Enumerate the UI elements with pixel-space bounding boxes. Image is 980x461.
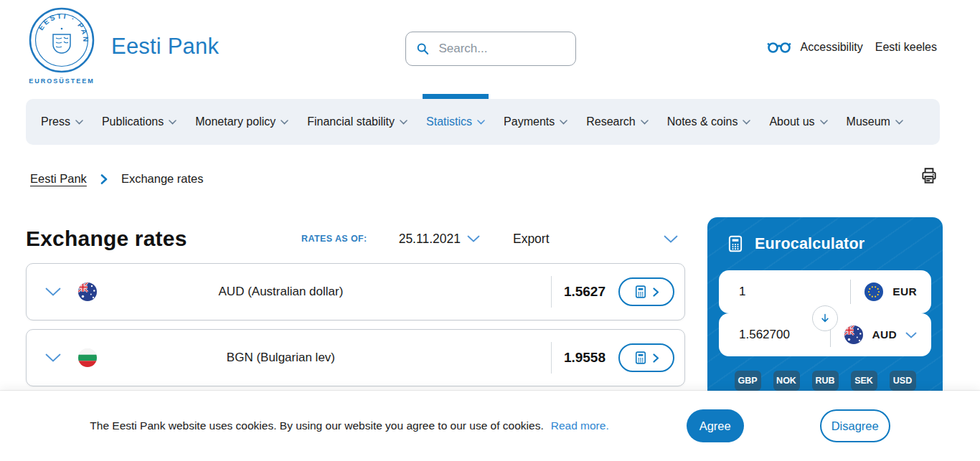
- currency-select-chevron[interactable]: [905, 332, 917, 338]
- nav-item-notes-and-coins[interactable]: Notes & coins: [658, 99, 760, 145]
- nav-item-press[interactable]: Press: [32, 99, 93, 145]
- chevron-down-icon: [467, 235, 480, 242]
- accessibility-glasses-icon[interactable]: [767, 40, 791, 54]
- search-input[interactable]: [437, 41, 565, 57]
- nav-item-statistics-active[interactable]: Statistics: [417, 99, 494, 145]
- calculator-icon: [633, 351, 648, 365]
- eesti-pank-emblem-logo[interactable]: EESTI · PANK EUROSÜSTEEM: [29, 7, 95, 90]
- eurocalculator-title: Eurocalculator: [755, 235, 864, 253]
- cookie-read-more-link[interactable]: Read more.: [551, 419, 609, 432]
- chevron-right-icon: [653, 287, 659, 297]
- quick-currency-sek[interactable]: SEK: [851, 371, 877, 391]
- currency-name: BGN (Bulgarian lev): [54, 351, 508, 365]
- calculator-rows: EUR AUD: [719, 270, 931, 356]
- calculator-icon: [633, 285, 648, 299]
- nav-label: Museum: [847, 115, 890, 128]
- currency-code-to: AUD: [872, 328, 897, 341]
- site-wordmark[interactable]: Eesti Pank: [111, 34, 219, 60]
- chevron-down-icon: [400, 120, 407, 125]
- export-dropdown-label[interactable]: Export: [513, 232, 550, 247]
- calculator-icon: [726, 234, 745, 253]
- export-dropdown-chevron[interactable]: [664, 235, 678, 243]
- exchange-rate-value: 1.9558: [564, 350, 606, 366]
- nav-item-payments[interactable]: Payments: [494, 99, 577, 145]
- search-box[interactable]: [405, 32, 576, 66]
- amount-to-input[interactable]: [738, 327, 830, 343]
- cookie-disagree-button[interactable]: Disagree: [820, 409, 890, 442]
- divider: [551, 276, 552, 308]
- page-title: Exchange rates: [26, 227, 187, 251]
- rates-date-picker[interactable]: 25.11.2021: [399, 232, 480, 247]
- nav-item-about-us[interactable]: About us: [760, 99, 837, 145]
- nav-item-research[interactable]: Research: [577, 99, 657, 145]
- eurosysteem-caption: EUROSÜSTEEM: [29, 77, 95, 85]
- nav-label: Research: [586, 115, 635, 128]
- chevron-down-icon: [281, 120, 288, 125]
- currency-code-from: EUR: [892, 285, 917, 298]
- nav-label: Notes & coins: [667, 115, 738, 128]
- nav-item-museum[interactable]: Museum: [837, 99, 913, 145]
- search-icon: [416, 41, 429, 57]
- cookie-agree-button[interactable]: Agree: [687, 409, 744, 442]
- nav-item-monetary-policy[interactable]: Monetary policy: [186, 99, 298, 145]
- open-calculator-button[interactable]: [618, 277, 674, 306]
- rate-row-aud: AUD (Australian dollar) 1.5627: [26, 263, 685, 320]
- header-links: Accessibility Eesti keeles: [767, 40, 937, 54]
- breadcrumb-home-link[interactable]: Eesti Pank: [30, 172, 87, 186]
- chevron-down-icon: [743, 120, 750, 125]
- nav-label: Monetary policy: [195, 115, 275, 128]
- quick-currency-nok[interactable]: NOK: [773, 371, 800, 391]
- open-calculator-button[interactable]: [618, 343, 674, 372]
- chevron-right-icon: [653, 353, 659, 363]
- arrow-down-icon: [819, 312, 831, 325]
- nav-label: Statistics: [426, 115, 472, 128]
- cookie-consent-banner: The Eesti Pank website uses cookies. By …: [0, 391, 980, 461]
- chevron-down-icon: [895, 120, 903, 125]
- nav-label: Publications: [102, 115, 164, 128]
- accessibility-link[interactable]: Accessibility: [801, 41, 863, 54]
- chevron-down-icon: [664, 235, 678, 243]
- print-button[interactable]: [920, 166, 938, 188]
- eesti-pank-exchange-rates-page: EESTI · PANK EUROSÜSTEEM Eesti Pank Acce…: [0, 0, 980, 461]
- breadcrumb: Eesti Pank Exchange rates: [30, 172, 204, 186]
- swap-direction-button[interactable]: [812, 305, 838, 331]
- chevron-right-icon: [100, 174, 108, 184]
- language-switch-link[interactable]: Eesti keeles: [875, 41, 937, 54]
- printer-icon: [920, 166, 938, 185]
- exchange-rate-value: 1.5627: [564, 284, 606, 300]
- eurocalculator-header: Eurocalculator: [719, 233, 931, 255]
- nav-label: Payments: [504, 115, 555, 128]
- chevron-down-icon: [905, 332, 917, 338]
- rate-row-bgn: BGN (Bulgarian lev) 1.9558: [26, 329, 685, 386]
- nav-label: Press: [41, 115, 70, 128]
- breadcrumb-current: Exchange rates: [121, 172, 204, 186]
- emblem-seal-icon: EESTI · PANK: [29, 7, 95, 73]
- quick-currency-gbp[interactable]: GBP: [735, 371, 761, 391]
- rates-as-of-label: RATES AS OF:: [301, 234, 367, 244]
- chevron-down-icon: [477, 120, 485, 125]
- quick-currency-chips: GBP NOK RUB SEK USD: [719, 371, 931, 391]
- chevron-down-icon: [641, 120, 649, 125]
- nav-label: Financial stability: [307, 115, 395, 128]
- cookie-message: The Eesti Pank website uses cookies. By …: [90, 419, 543, 432]
- nav-item-publications[interactable]: Publications: [93, 99, 186, 145]
- rates-date-value: 25.11.2021: [399, 232, 461, 247]
- eu-flag-icon: [864, 282, 883, 301]
- nav-item-financial-stability[interactable]: Financial stability: [298, 99, 417, 145]
- australia-flag-icon: [844, 325, 863, 344]
- chevron-down-icon: [820, 120, 828, 125]
- amount-from-input[interactable]: [738, 284, 850, 300]
- nav-label: About us: [769, 115, 814, 128]
- svg-text:EESTI · PANK: EESTI · PANK: [29, 7, 90, 44]
- quick-currency-usd[interactable]: USD: [890, 371, 916, 391]
- divider: [850, 280, 851, 304]
- main-navigation: Press Publications Monetary policy Finan…: [26, 99, 940, 145]
- chevron-down-icon: [169, 120, 176, 125]
- divider: [551, 342, 552, 374]
- chevron-down-icon: [75, 120, 83, 125]
- chevron-down-icon: [560, 120, 567, 125]
- quick-currency-rub[interactable]: RUB: [812, 371, 839, 391]
- title-row: Exchange rates RATES AS OF: 25.11.2021 E…: [26, 221, 685, 257]
- currency-name: AUD (Australian dollar): [54, 285, 508, 299]
